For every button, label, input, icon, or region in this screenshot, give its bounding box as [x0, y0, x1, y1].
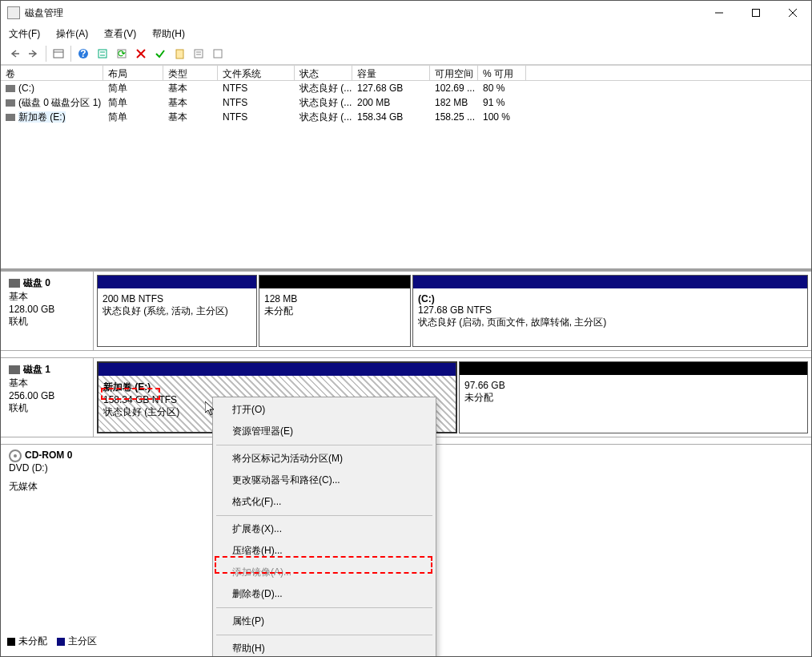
svg-rect-1 — [753, 10, 760, 17]
volume-icon — [6, 114, 15, 121]
volume-icon — [6, 85, 15, 92]
settings-button[interactable] — [94, 45, 111, 62]
menu-extend[interactable]: 扩展卷(X)... — [213, 518, 436, 540]
titlebar: 磁盘管理 — [1, 1, 811, 25]
partition[interactable]: 200 MB NTFS 状态良好 (系统, 活动, 主分区) — [97, 275, 257, 347]
disk-info[interactable]: 磁盘 0 基本 128.00 GB 联机 — [1, 272, 94, 350]
svg-rect-16 — [195, 50, 203, 58]
disk-info[interactable]: 磁盘 1 基本 256.00 GB 联机 — [1, 358, 94, 437]
cdrom-icon — [9, 449, 22, 462]
partition[interactable]: (C:) 127.68 GB NTFS 状态良好 (启动, 页面文件, 故障转储… — [412, 275, 808, 347]
help-button[interactable]: ? — [74, 45, 92, 62]
menu-delete-volume[interactable]: 删除卷(D)... — [213, 583, 436, 605]
svg-rect-19 — [214, 50, 222, 58]
menu-shrink[interactable]: 压缩卷(H)... — [213, 540, 436, 562]
legend-swatch-unalloc — [7, 638, 15, 646]
svg-rect-15 — [176, 50, 183, 58]
volume-row[interactable]: 新加卷 (E:) 简单 基本 NTFS 状态良好 (... 158.34 GB … — [1, 110, 811, 124]
legend-swatch-primary — [57, 638, 65, 646]
context-menu: 打开(O) 资源管理器(E) 将分区标记为活动分区(M) 更改驱动器号和路径(C… — [212, 397, 436, 657]
menubar: 文件(F) 操作(A) 查看(V) 帮助(H) — [1, 25, 811, 42]
col-fs[interactable]: 文件系统 — [218, 66, 295, 80]
volume-row[interactable]: (C:) 简单 基本 NTFS 状态良好 (... 127.68 GB 102.… — [1, 81, 811, 95]
col-status[interactable]: 状态 — [295, 66, 352, 80]
volume-icon — [6, 99, 15, 107]
menu-action[interactable]: 操作(A) — [53, 26, 91, 42]
forward-button[interactable] — [25, 45, 42, 62]
volume-list-header: 卷 布局 类型 文件系统 状态 容量 可用空间 % 可用 — [1, 65, 811, 81]
svg-text:⟳: ⟳ — [118, 48, 126, 59]
menu-open[interactable]: 打开(O) — [213, 399, 436, 421]
disk-icon — [9, 279, 20, 288]
col-pct[interactable]: % 可用 — [478, 66, 526, 80]
menu-add-mirror: 添加镜像(A)... — [213, 562, 436, 583]
menu-change-letter[interactable]: 更改驱动器号和路径(C)... — [213, 470, 436, 491]
new-button[interactable] — [171, 45, 188, 62]
menu-properties[interactable]: 属性(P) — [213, 611, 436, 632]
svg-text:?: ? — [80, 48, 86, 59]
delete-button[interactable] — [132, 45, 150, 62]
minimize-button[interactable] — [701, 1, 738, 25]
col-layout[interactable]: 布局 — [103, 66, 163, 80]
menu-mark-active[interactable]: 将分区标记为活动分区(M) — [213, 448, 436, 470]
check-button[interactable] — [151, 45, 169, 62]
cdrom-info[interactable]: CD-ROM 0 DVD (D:) 无媒体 — [1, 445, 94, 498]
window-title: 磁盘管理 — [25, 6, 701, 20]
back-button[interactable] — [6, 45, 23, 62]
close-button[interactable] — [774, 1, 811, 25]
col-volume[interactable]: 卷 — [1, 66, 103, 80]
menu-help[interactable]: 帮助(H) — [213, 638, 436, 657]
disk-icon — [9, 365, 20, 374]
col-free[interactable]: 可用空间 — [430, 66, 478, 80]
volume-row[interactable]: (磁盘 0 磁盘分区 1) 简单 基本 NTFS 状态良好 (... 200 M… — [1, 95, 811, 110]
menu-format[interactable]: 格式化(F)... — [213, 491, 436, 513]
menu-view[interactable]: 查看(V) — [101, 26, 139, 42]
list-button[interactable] — [209, 45, 227, 62]
partition-unallocated[interactable]: 128 MB 未分配 — [259, 275, 411, 347]
toolbar: ? ⟳ — [1, 42, 811, 65]
menu-file[interactable]: 文件(F) — [6, 26, 43, 42]
legend: 未分配 主分区 — [7, 635, 97, 648]
menu-explorer[interactable]: 资源管理器(E) — [213, 421, 436, 442]
disk-row-0: 磁盘 0 基本 128.00 GB 联机 200 MB NTFS 状态良好 (系… — [1, 271, 811, 351]
app-icon — [7, 6, 20, 19]
svg-rect-4 — [54, 50, 63, 58]
svg-rect-8 — [98, 50, 107, 58]
cursor-icon — [205, 401, 218, 417]
refresh-button[interactable]: ⟳ — [113, 45, 131, 62]
maximize-button[interactable] — [738, 1, 774, 25]
volume-list: (C:) 简单 基本 NTFS 状态良好 (... 127.68 GB 102.… — [1, 81, 811, 268]
menu-help[interactable]: 帮助(H) — [149, 26, 188, 42]
show-hide-button[interactable] — [50, 45, 67, 62]
properties-button[interactable] — [190, 45, 207, 62]
partition-unallocated[interactable]: 97.66 GB 未分配 — [459, 361, 808, 433]
col-type[interactable]: 类型 — [163, 66, 218, 80]
col-capacity[interactable]: 容量 — [352, 66, 430, 80]
